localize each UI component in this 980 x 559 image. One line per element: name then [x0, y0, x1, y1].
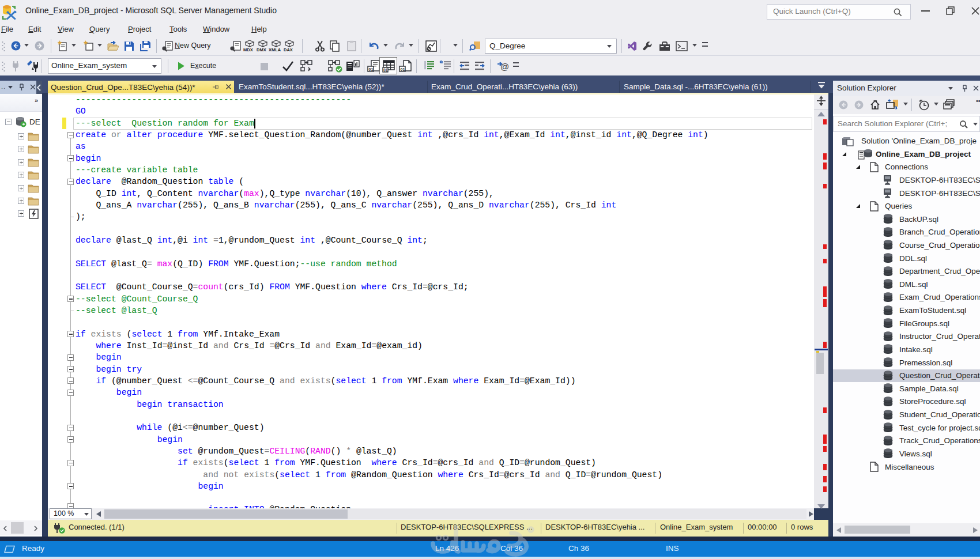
svg-text:01: 01 — [369, 67, 374, 71]
svg-text:@: @ — [500, 62, 509, 71]
svg-text:01: 01 — [401, 67, 405, 71]
svg-text:01: 01 — [383, 68, 388, 72]
